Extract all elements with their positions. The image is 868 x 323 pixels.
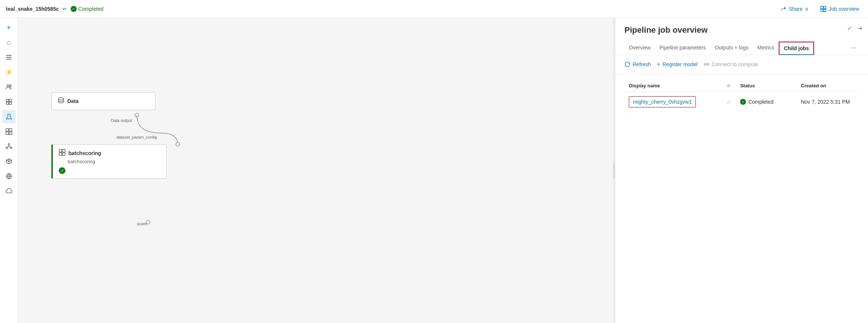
register-label: Register model — [662, 61, 697, 67]
sidebar-item-cloud[interactable] — [2, 184, 16, 198]
svg-point-20 — [10, 147, 12, 149]
svg-point-19 — [6, 147, 7, 149]
tab-more-button[interactable]: ··· — [848, 41, 859, 55]
svg-point-25 — [58, 98, 64, 100]
panel-divider[interactable] — [613, 18, 615, 323]
refresh-icon — [624, 61, 630, 67]
svg-rect-29 — [62, 153, 65, 155]
sidebar-item-home[interactable]: ⌂ — [2, 36, 16, 49]
share-icon — [781, 6, 787, 12]
tab-overview[interactable]: Overview — [624, 42, 655, 54]
svg-point-30 — [704, 64, 706, 65]
svg-rect-2 — [821, 9, 823, 12]
svg-rect-6 — [6, 59, 12, 59]
jobs-table: Display name ☆ Status Created on mighty_… — [624, 80, 859, 112]
svg-rect-0 — [821, 6, 823, 9]
batchscoring-header: batchscoring — [59, 149, 160, 157]
svg-point-31 — [707, 64, 709, 65]
row-created-on: Nov 7, 2022 5:31 PM — [797, 92, 859, 112]
batchscoring-icon — [59, 149, 65, 157]
pipeline-canvas[interactable]: Data Data output dataset_param_config ba… — [18, 18, 613, 323]
svg-rect-9 — [6, 99, 9, 101]
sidebar-item-modules[interactable] — [2, 125, 16, 138]
svg-rect-17 — [9, 132, 12, 135]
status-badge: ✓ Completed — [71, 6, 103, 12]
svg-rect-26 — [59, 149, 62, 152]
job-overview-button[interactable]: Job overview — [817, 4, 862, 13]
col-status: Status — [736, 80, 797, 92]
row-status-check-icon: ✓ — [740, 99, 746, 105]
sidebar-item-list[interactable] — [2, 51, 16, 64]
status-label: Completed — [78, 6, 103, 12]
svg-rect-15 — [9, 129, 12, 131]
row-status: ✓ Completed — [740, 99, 792, 105]
connect-compute-button[interactable]: Connect to compute — [704, 60, 758, 69]
col-star-header: ☆ — [721, 80, 736, 92]
tab-pipeline-parameters[interactable]: Pipeline parameters — [655, 42, 710, 54]
expand-icon[interactable]: ⤢ — [846, 24, 853, 33]
right-panel: Pipeline job overview ⤢ ⇥ Overview Pipel… — [615, 18, 868, 323]
svg-point-8 — [9, 85, 11, 87]
svg-rect-4 — [6, 55, 12, 56]
svg-rect-14 — [6, 129, 9, 131]
star-header-icon: ☆ — [726, 83, 731, 88]
status-check-icon: ✓ — [71, 6, 77, 12]
data-node-icon — [58, 97, 64, 105]
job-name-link[interactable]: mighty_cherry_0vhzgvw1 — [629, 96, 696, 107]
connect-icon — [704, 61, 710, 67]
sidebar-item-people[interactable] — [2, 80, 16, 94]
sidebar-item-flask[interactable] — [2, 110, 16, 123]
register-icon: + — [657, 61, 660, 68]
table-row: mighty_cherry_0vhzgvw1 ☆ ✓ Completed Nov… — [624, 92, 859, 112]
main-layout: + ⌂ ⚡ — [0, 18, 868, 323]
svg-rect-12 — [9, 102, 12, 104]
topbar-actions: Share ∨ Job overview — [778, 4, 862, 13]
svg-rect-10 — [9, 99, 12, 101]
sidebar-item-box[interactable] — [2, 155, 16, 168]
tab-outputs-logs[interactable]: Outputs + logs — [710, 42, 753, 54]
svg-rect-16 — [6, 132, 9, 135]
data-node[interactable]: Data — [51, 92, 155, 110]
svg-rect-5 — [6, 57, 12, 58]
sidebar-item-add[interactable]: + — [2, 21, 16, 34]
share-button[interactable]: Share ∨ — [778, 4, 811, 13]
page-title: teal_snake_15h0585c — [6, 6, 59, 12]
data-node-label: Data — [67, 98, 78, 104]
sidebar-item-tree[interactable] — [2, 140, 16, 153]
refresh-button[interactable]: Refresh — [624, 60, 651, 69]
batchscoring-status-icon: ✓ — [59, 167, 65, 174]
panel-header-icons: ⤢ ⇥ — [846, 24, 864, 33]
share-chevron-icon: ∨ — [805, 6, 808, 12]
svg-rect-11 — [6, 102, 9, 104]
score-label: score — [137, 222, 147, 226]
row-star-icon[interactable]: ☆ — [726, 99, 731, 105]
connect-label: Connect to compute — [712, 61, 758, 67]
panel-content: Display name ☆ Status Created on mighty_… — [615, 74, 868, 323]
sidebar: + ⌂ ⚡ — [0, 18, 18, 323]
sidebar-item-cube[interactable] — [2, 169, 16, 183]
batchscoring-title: batchscoring — [68, 150, 101, 156]
svg-rect-3 — [824, 9, 826, 12]
svg-rect-28 — [59, 153, 62, 155]
svg-point-22 — [135, 113, 139, 117]
svg-point-7 — [7, 85, 9, 87]
svg-rect-1 — [824, 6, 826, 9]
dataset-param-label: dataset_param_config — [116, 135, 157, 139]
sidebar-item-grid[interactable] — [2, 95, 16, 109]
register-model-button[interactable]: + Register model — [657, 59, 698, 69]
panel-tabs: Overview Pipeline parameters Outputs + l… — [615, 41, 868, 55]
sidebar-item-lightning[interactable]: ⚡ — [2, 65, 16, 79]
refresh-label: Refresh — [633, 61, 651, 67]
col-created-on: Created on — [797, 80, 859, 92]
panel-header: Pipeline job overview ⤢ ⇥ — [615, 18, 868, 41]
sidebar-expand-icon[interactable]: ⇥ — [856, 24, 864, 33]
tab-child-jobs[interactable]: Child jobs — [779, 42, 814, 55]
col-display-name: Display name — [624, 80, 721, 92]
svg-rect-27 — [62, 149, 65, 152]
panel-toolbar: Refresh + Register model Connect to comp… — [615, 55, 868, 74]
row-status-label: Completed — [748, 99, 774, 105]
edit-icon[interactable]: ✏ — [62, 6, 67, 12]
tab-metrics[interactable]: Metrics — [753, 42, 779, 54]
svg-point-23 — [176, 142, 180, 146]
batchscoring-node[interactable]: batchscoring batchscoring ✓ — [51, 144, 167, 179]
